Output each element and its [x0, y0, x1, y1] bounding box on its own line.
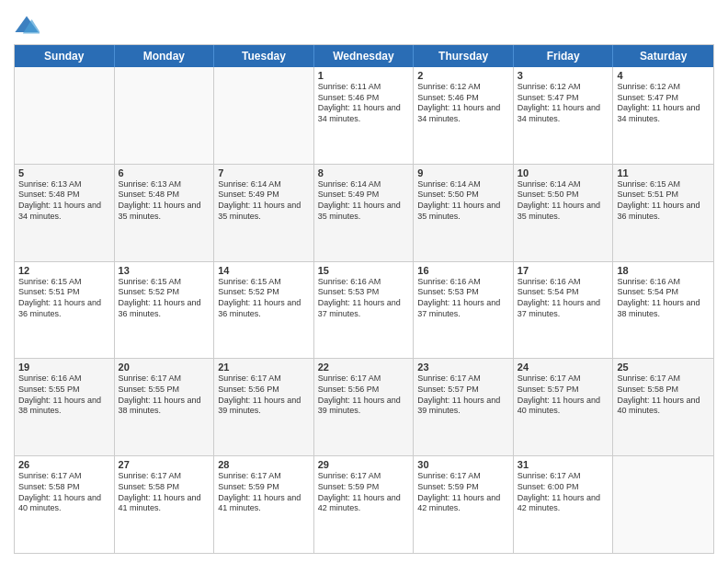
cal-cell-5: 5Sunrise: 6:13 AM Sunset: 5:48 PM Daylig…	[15, 165, 115, 261]
calendar: SundayMondayTuesdayWednesdayThursdayFrid…	[14, 44, 714, 554]
logo	[14, 13, 41, 39]
day-number: 18	[617, 265, 710, 276]
cal-cell-empty-0-2	[214, 67, 314, 164]
day-number: 10	[518, 167, 609, 178]
cal-cell-28: 28Sunrise: 6:17 AM Sunset: 5:59 PM Dayli…	[214, 456, 314, 553]
cal-row-5: 26Sunrise: 6:17 AM Sunset: 5:58 PM Dayli…	[15, 455, 713, 553]
day-number: 4	[617, 70, 710, 81]
header-day-monday: Monday	[115, 45, 215, 67]
cell-info: Sunrise: 6:17 AM Sunset: 5:58 PM Dayligh…	[18, 471, 110, 514]
cal-cell-17: 17Sunrise: 6:16 AM Sunset: 5:54 PM Dayli…	[514, 262, 614, 359]
day-number: 30	[417, 459, 509, 470]
cal-row-4: 19Sunrise: 6:16 AM Sunset: 5:55 PM Dayli…	[15, 358, 713, 455]
cal-cell-23: 23Sunrise: 6:17 AM Sunset: 5:57 PM Dayli…	[414, 359, 514, 455]
cal-cell-25: 25Sunrise: 6:17 AM Sunset: 5:58 PM Dayli…	[613, 359, 713, 455]
cell-info: Sunrise: 6:17 AM Sunset: 5:59 PM Dayligh…	[417, 471, 509, 514]
cal-cell-24: 24Sunrise: 6:17 AM Sunset: 5:57 PM Dayli…	[514, 359, 614, 455]
cal-cell-16: 16Sunrise: 6:16 AM Sunset: 5:53 PM Dayli…	[414, 262, 514, 359]
cal-cell-30: 30Sunrise: 6:17 AM Sunset: 5:59 PM Dayli…	[414, 456, 514, 553]
cal-cell-22: 22Sunrise: 6:17 AM Sunset: 5:56 PM Dayli…	[314, 359, 415, 455]
day-number: 8	[318, 167, 410, 178]
cal-cell-7: 7Sunrise: 6:14 AM Sunset: 5:49 PM Daylig…	[214, 165, 314, 261]
cal-cell-1: 1Sunrise: 6:11 AM Sunset: 5:46 PM Daylig…	[314, 67, 415, 164]
cell-info: Sunrise: 6:17 AM Sunset: 5:58 PM Dayligh…	[119, 471, 210, 514]
cal-cell-9: 9Sunrise: 6:14 AM Sunset: 5:50 PM Daylig…	[414, 165, 514, 261]
cell-info: Sunrise: 6:17 AM Sunset: 5:57 PM Dayligh…	[417, 373, 509, 417]
day-number: 14	[218, 265, 310, 276]
header-day-friday: Friday	[514, 45, 614, 67]
cal-cell-15: 15Sunrise: 6:16 AM Sunset: 5:53 PM Dayli…	[314, 262, 415, 359]
calendar-header: SundayMondayTuesdayWednesdayThursdayFrid…	[15, 45, 713, 67]
cal-cell-14: 14Sunrise: 6:15 AM Sunset: 5:52 PM Dayli…	[214, 262, 314, 359]
day-number: 9	[417, 167, 509, 178]
cell-info: Sunrise: 6:17 AM Sunset: 6:00 PM Dayligh…	[518, 471, 609, 514]
day-number: 16	[417, 265, 509, 276]
header-day-sunday: Sunday	[15, 45, 115, 67]
calendar-body: 1Sunrise: 6:11 AM Sunset: 5:46 PM Daylig…	[15, 67, 713, 553]
header-day-wednesday: Wednesday	[314, 45, 415, 67]
day-number: 29	[318, 459, 410, 470]
cell-info: Sunrise: 6:11 AM Sunset: 5:46 PM Dayligh…	[318, 82, 410, 125]
cell-info: Sunrise: 6:16 AM Sunset: 5:53 PM Dayligh…	[417, 277, 509, 320]
cell-info: Sunrise: 6:14 AM Sunset: 5:49 PM Dayligh…	[218, 179, 310, 223]
cal-row-2: 5Sunrise: 6:13 AM Sunset: 5:48 PM Daylig…	[15, 164, 713, 261]
day-number: 17	[518, 265, 609, 276]
header-day-tuesday: Tuesday	[214, 45, 314, 67]
cell-info: Sunrise: 6:17 AM Sunset: 5:58 PM Dayligh…	[617, 373, 710, 417]
day-number: 15	[318, 265, 410, 276]
cal-cell-18: 18Sunrise: 6:16 AM Sunset: 5:54 PM Dayli…	[613, 262, 713, 359]
cell-info: Sunrise: 6:14 AM Sunset: 5:50 PM Dayligh…	[417, 179, 509, 223]
cal-cell-3: 3Sunrise: 6:12 AM Sunset: 5:47 PM Daylig…	[514, 67, 614, 164]
cal-cell-11: 11Sunrise: 6:15 AM Sunset: 5:51 PM Dayli…	[613, 165, 713, 261]
cell-info: Sunrise: 6:12 AM Sunset: 5:47 PM Dayligh…	[518, 82, 609, 125]
day-number: 26	[18, 459, 110, 470]
cal-cell-31: 31Sunrise: 6:17 AM Sunset: 6:00 PM Dayli…	[514, 456, 614, 553]
cell-info: Sunrise: 6:17 AM Sunset: 5:57 PM Dayligh…	[518, 373, 609, 417]
cell-info: Sunrise: 6:12 AM Sunset: 5:46 PM Dayligh…	[417, 82, 509, 125]
cell-info: Sunrise: 6:13 AM Sunset: 5:48 PM Dayligh…	[119, 179, 210, 223]
cell-info: Sunrise: 6:14 AM Sunset: 5:50 PM Dayligh…	[518, 179, 609, 223]
cal-row-3: 12Sunrise: 6:15 AM Sunset: 5:51 PM Dayli…	[15, 261, 713, 359]
cal-row-1: 1Sunrise: 6:11 AM Sunset: 5:46 PM Daylig…	[15, 67, 713, 164]
day-number: 20	[119, 362, 210, 373]
cell-info: Sunrise: 6:17 AM Sunset: 5:55 PM Dayligh…	[119, 373, 210, 417]
cell-info: Sunrise: 6:16 AM Sunset: 5:54 PM Dayligh…	[617, 277, 710, 320]
cell-info: Sunrise: 6:17 AM Sunset: 5:59 PM Dayligh…	[218, 471, 310, 514]
cell-info: Sunrise: 6:17 AM Sunset: 5:56 PM Dayligh…	[318, 373, 410, 417]
day-number: 5	[18, 167, 110, 178]
day-number: 11	[617, 167, 710, 178]
cell-info: Sunrise: 6:17 AM Sunset: 5:56 PM Dayligh…	[218, 373, 310, 417]
day-number: 27	[119, 459, 210, 470]
day-number: 24	[518, 362, 609, 373]
cell-info: Sunrise: 6:16 AM Sunset: 5:54 PM Dayligh…	[518, 277, 609, 320]
cell-info: Sunrise: 6:16 AM Sunset: 5:53 PM Dayligh…	[318, 277, 410, 320]
cal-cell-empty-0-0	[15, 67, 115, 164]
cal-cell-4: 4Sunrise: 6:12 AM Sunset: 5:47 PM Daylig…	[613, 67, 713, 164]
cell-info: Sunrise: 6:17 AM Sunset: 5:59 PM Dayligh…	[318, 471, 410, 514]
cal-cell-13: 13Sunrise: 6:15 AM Sunset: 5:52 PM Dayli…	[115, 262, 215, 359]
day-number: 19	[18, 362, 110, 373]
cell-info: Sunrise: 6:15 AM Sunset: 5:52 PM Dayligh…	[218, 277, 310, 320]
cal-cell-29: 29Sunrise: 6:17 AM Sunset: 5:59 PM Dayli…	[314, 456, 415, 553]
day-number: 21	[218, 362, 310, 373]
cal-cell-26: 26Sunrise: 6:17 AM Sunset: 5:58 PM Dayli…	[15, 456, 115, 553]
day-number: 7	[218, 167, 310, 178]
day-number: 6	[119, 167, 210, 178]
day-number: 31	[518, 459, 609, 470]
cal-cell-19: 19Sunrise: 6:16 AM Sunset: 5:55 PM Dayli…	[15, 359, 115, 455]
cal-cell-2: 2Sunrise: 6:12 AM Sunset: 5:46 PM Daylig…	[414, 67, 514, 164]
day-number: 3	[518, 70, 609, 81]
cell-info: Sunrise: 6:15 AM Sunset: 5:51 PM Dayligh…	[617, 179, 710, 223]
day-number: 28	[218, 459, 310, 470]
cell-info: Sunrise: 6:15 AM Sunset: 5:51 PM Dayligh…	[18, 277, 110, 320]
header-day-thursday: Thursday	[414, 45, 514, 67]
day-number: 13	[119, 265, 210, 276]
cal-cell-empty-4-6	[613, 456, 713, 553]
cell-info: Sunrise: 6:12 AM Sunset: 5:47 PM Dayligh…	[617, 82, 710, 125]
cal-cell-12: 12Sunrise: 6:15 AM Sunset: 5:51 PM Dayli…	[15, 262, 115, 359]
cal-cell-27: 27Sunrise: 6:17 AM Sunset: 5:58 PM Dayli…	[115, 456, 215, 553]
cell-info: Sunrise: 6:14 AM Sunset: 5:49 PM Dayligh…	[318, 179, 410, 223]
cell-info: Sunrise: 6:16 AM Sunset: 5:55 PM Dayligh…	[18, 373, 110, 417]
cell-info: Sunrise: 6:13 AM Sunset: 5:48 PM Dayligh…	[18, 179, 110, 223]
day-number: 25	[617, 362, 710, 373]
